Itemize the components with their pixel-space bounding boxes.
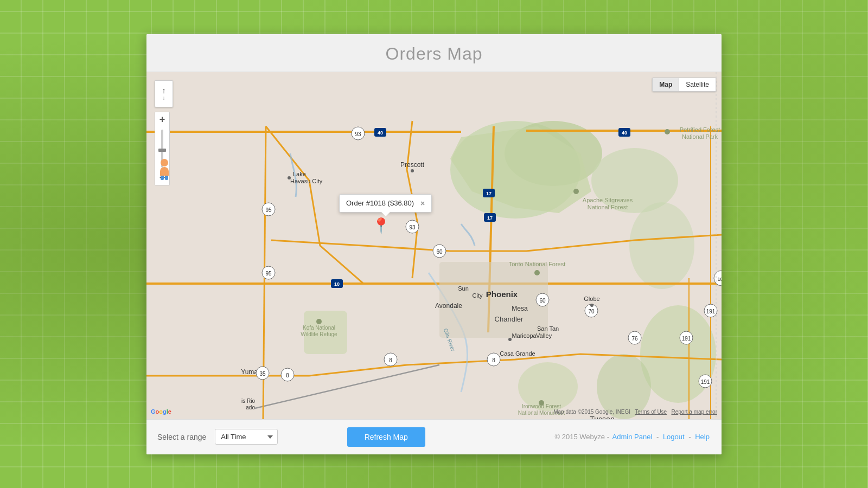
map-popup: Order #1018 ($36.80) × xyxy=(339,194,432,213)
svg-text:70: 70 xyxy=(588,309,595,314)
svg-text:8: 8 xyxy=(286,373,289,378)
svg-text:Havasu City: Havasu City xyxy=(290,178,323,184)
range-select[interactable]: All Time Today Last 7 Days Last 30 Days xyxy=(215,429,278,445)
svg-text:Apache Sitgreaves: Apache Sitgreaves xyxy=(583,197,633,203)
svg-point-68 xyxy=(288,176,291,179)
svg-point-6 xyxy=(640,305,716,403)
svg-text:17: 17 xyxy=(487,215,493,221)
svg-point-65 xyxy=(411,169,414,172)
svg-text:93: 93 xyxy=(355,131,361,137)
svg-text:191: 191 xyxy=(701,379,710,385)
compass-button[interactable]: ↑ ↓ xyxy=(155,80,173,107)
svg-text:Yuma: Yuma xyxy=(241,368,258,376)
svg-rect-17 xyxy=(439,262,548,338)
zoom-thumb[interactable] xyxy=(158,149,166,152)
svg-text:Globe: Globe xyxy=(584,296,599,302)
pegman-head xyxy=(161,159,168,166)
map-container[interactable]: 93 93 40 40 17 17 10 10 xyxy=(146,72,722,419)
sep1: - xyxy=(656,433,661,441)
panel-footer: Select a range All Time Today Last 7 Day… xyxy=(146,419,722,454)
svg-text:Tonto National Forest: Tonto National Forest xyxy=(509,261,566,267)
footer-links: © 2015 Webyze - Admin Panel - Logout - H… xyxy=(555,433,711,441)
svg-text:17: 17 xyxy=(486,191,492,196)
pegman-legs xyxy=(158,176,171,180)
terms-of-use-link[interactable]: Terms of Use xyxy=(635,409,667,415)
map-attribution: Map data ©2015 Google, INEGI Terms of Us… xyxy=(553,409,717,415)
svg-text:60: 60 xyxy=(436,249,443,255)
svg-text:40: 40 xyxy=(622,130,627,136)
page-title: Orders Map xyxy=(146,44,722,64)
svg-text:Phoenix: Phoenix xyxy=(486,290,518,299)
zoom-in-button[interactable]: + xyxy=(155,112,170,127)
svg-text:Sun: Sun xyxy=(458,285,469,292)
sep2: - xyxy=(688,433,693,441)
svg-point-93 xyxy=(665,129,670,134)
svg-text:National Park: National Park xyxy=(682,133,718,140)
svg-text:Maricopa: Maricopa xyxy=(512,332,537,339)
svg-text:City: City xyxy=(473,292,483,299)
logout-link[interactable]: Logout xyxy=(663,433,685,441)
svg-point-90 xyxy=(534,270,540,275)
svg-text:Mesa: Mesa xyxy=(512,305,528,312)
pegman-leg-left xyxy=(161,176,164,180)
svg-point-105 xyxy=(539,400,544,406)
svg-text:Wildlife Refuge: Wildlife Refuge xyxy=(301,331,337,337)
admin-panel-link[interactable]: Admin Panel xyxy=(612,433,653,441)
google-logo: Google xyxy=(151,408,171,415)
svg-point-81 xyxy=(590,304,593,307)
attribution-text: Map data ©2015 Google, INEGI xyxy=(553,409,630,415)
report-map-error-link[interactable]: Report a map error xyxy=(672,409,717,415)
svg-text:Kofa National: Kofa National xyxy=(303,325,335,331)
svg-text:76: 76 xyxy=(631,336,638,342)
pegman-body xyxy=(160,167,169,176)
svg-text:Tucson: Tucson xyxy=(590,415,614,419)
svg-point-5 xyxy=(629,202,694,289)
copyright-text: © 2015 Webyze - xyxy=(555,433,609,441)
map-type-map-button[interactable]: Map xyxy=(653,78,679,91)
pegman-leg-right xyxy=(165,176,168,180)
svg-text:60: 60 xyxy=(539,298,546,304)
svg-text:95: 95 xyxy=(265,207,272,213)
panel-header: Orders Map xyxy=(146,34,722,72)
svg-text:8: 8 xyxy=(492,357,495,363)
svg-text:Avondale: Avondale xyxy=(435,302,462,310)
svg-text:Petrified Forest: Petrified Forest xyxy=(680,126,720,133)
svg-text:Chandler: Chandler xyxy=(495,315,524,323)
svg-point-88 xyxy=(573,189,579,194)
range-label: Select a range xyxy=(157,433,206,441)
svg-text:10: 10 xyxy=(334,281,340,287)
svg-text:35: 35 xyxy=(259,371,266,377)
svg-text:Lake: Lake xyxy=(293,171,306,177)
svg-text:8: 8 xyxy=(389,357,392,363)
svg-text:Casa Grande: Casa Grande xyxy=(500,350,535,357)
map-pin[interactable]: 📍 xyxy=(372,219,391,234)
svg-text:93: 93 xyxy=(409,224,416,230)
svg-text:191: 191 xyxy=(706,309,716,314)
svg-text:ado: ado xyxy=(246,404,255,410)
svg-point-76 xyxy=(508,338,512,341)
popup-close-button[interactable]: × xyxy=(420,199,425,208)
help-link[interactable]: Help xyxy=(695,433,710,441)
svg-text:Prescott: Prescott xyxy=(400,161,425,169)
map-type-controls: Map Satellite xyxy=(652,78,716,92)
svg-text:Valley: Valley xyxy=(536,332,552,339)
refresh-map-button[interactable]: Refresh Map xyxy=(347,427,425,447)
pegman[interactable] xyxy=(158,159,171,178)
svg-text:180: 180 xyxy=(717,277,722,282)
svg-text:95: 95 xyxy=(265,271,272,277)
svg-text:National Forest: National Forest xyxy=(588,204,628,210)
map-type-satellite-button[interactable]: Satellite xyxy=(679,78,716,91)
svg-text:San Tan: San Tan xyxy=(537,325,559,332)
svg-text:40: 40 xyxy=(378,130,383,136)
map-pin-icon: 📍 xyxy=(372,219,391,234)
svg-text:191: 191 xyxy=(682,336,691,342)
svg-point-96 xyxy=(316,319,322,324)
popup-text: Order #1018 ($36.80) xyxy=(346,199,414,207)
svg-text:is Rio: is Rio xyxy=(241,398,255,404)
main-panel: Orders Map xyxy=(146,34,722,454)
